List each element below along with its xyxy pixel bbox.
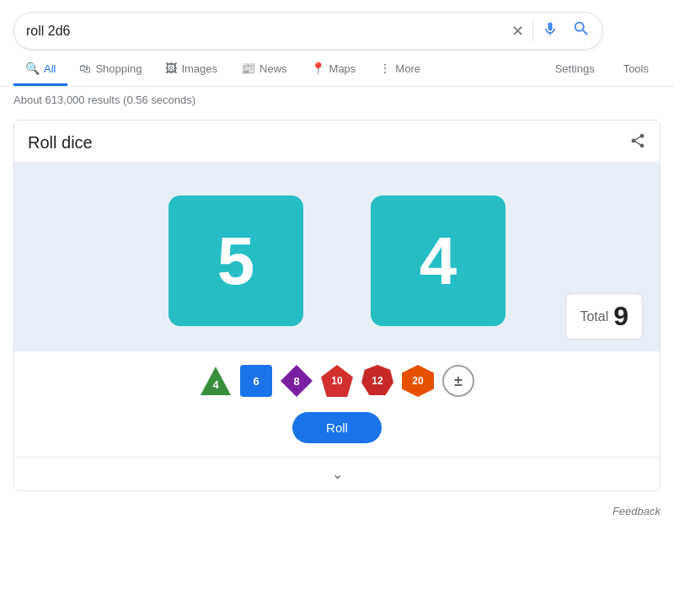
all-icon: 🔍 [25, 62, 40, 75]
tab-all-label: All [44, 62, 56, 75]
d20-label: 20 [412, 375, 423, 387]
settings-label: Settings [555, 62, 595, 75]
dice-type-selector: 4 6 8 10 12 20 ± [14, 351, 660, 405]
d4-button[interactable]: 4 [200, 365, 232, 397]
tab-tools[interactable]: Tools [612, 54, 661, 86]
tab-news-label: News [259, 62, 287, 75]
maps-icon: 📍 [311, 62, 325, 75]
share-icon[interactable] [629, 132, 646, 153]
dice-area: 5 4 Total 9 [14, 162, 660, 351]
nav-right: Settings Tools [543, 54, 661, 86]
images-icon: 🖼 [165, 62, 177, 75]
news-icon: 📰 [241, 62, 255, 75]
feedback-label: Feedback [612, 505, 661, 517]
die-2[interactable]: 4 [371, 196, 506, 326]
d4-label: 4 [212, 378, 218, 391]
total-label: Total [580, 309, 608, 324]
more-icon: ⋮ [379, 62, 391, 75]
shopping-icon: 🛍 [79, 62, 91, 75]
tab-maps-label: Maps [329, 62, 356, 75]
tab-more-label: More [395, 62, 420, 75]
d8-label: 8 [293, 375, 299, 388]
d12-button[interactable]: 12 [361, 365, 393, 397]
mic-icon[interactable] [542, 20, 559, 41]
chevron-down-icon: ⌄ [332, 466, 343, 482]
tab-all[interactable]: 🔍 All [13, 53, 67, 86]
tab-images-label: Images [181, 62, 217, 75]
card-header: Roll dice [14, 121, 660, 162]
feedback-link[interactable]: Feedback [612, 505, 661, 517]
results-count: About 613,000 results (0.56 seconds) [13, 94, 195, 106]
nav-tabs: 🔍 All 🛍 Shopping 🖼 Images 📰 News 📍 Maps … [0, 53, 674, 87]
d20-button[interactable]: 20 [402, 365, 434, 397]
expand-row[interactable]: ⌄ [14, 457, 660, 490]
d10-button[interactable]: 10 [321, 365, 353, 397]
die-1[interactable]: 5 [168, 196, 303, 326]
tab-shopping-label: Shopping [95, 62, 142, 75]
clear-icon[interactable]: ✕ [511, 22, 524, 40]
roll-button[interactable]: Roll [292, 412, 382, 443]
tab-settings[interactable]: Settings [543, 54, 607, 86]
roll-btn-label: Roll [326, 420, 348, 435]
modifier-button[interactable]: ± [442, 365, 474, 397]
roll-btn-container: Roll [14, 405, 660, 457]
tools-label: Tools [623, 62, 649, 75]
die-1-value: 5 [217, 222, 255, 300]
tab-news[interactable]: 📰 News [229, 53, 299, 86]
card-title: Roll dice [28, 133, 93, 153]
search-icon[interactable] [572, 19, 591, 42]
feedback-row: Feedback [0, 498, 674, 524]
total-value: 9 [613, 301, 629, 332]
tab-maps[interactable]: 📍 Maps [299, 53, 368, 86]
roll-dice-card: Roll dice 5 4 Total 9 4 6 [13, 120, 661, 491]
tab-shopping[interactable]: 🛍 Shopping [67, 53, 153, 86]
modifier-label: ± [454, 372, 463, 390]
search-icons: ✕ [511, 19, 591, 42]
tab-more[interactable]: ⋮ More [367, 53, 432, 86]
d6-button[interactable]: 6 [240, 365, 272, 397]
results-info: About 613,000 results (0.56 seconds) [0, 87, 674, 113]
search-input[interactable] [26, 24, 511, 39]
d6-label: 6 [253, 375, 259, 388]
search-bar-container: ✕ [0, 0, 674, 50]
divider [532, 21, 533, 41]
die-2-value: 4 [420, 222, 457, 300]
search-bar: ✕ [13, 12, 603, 50]
d10-label: 10 [331, 375, 342, 387]
total-box: Total 9 [565, 293, 643, 340]
tab-images[interactable]: 🖼 Images [153, 53, 229, 86]
d12-label: 12 [372, 375, 382, 387]
d8-button[interactable]: 8 [281, 365, 313, 397]
